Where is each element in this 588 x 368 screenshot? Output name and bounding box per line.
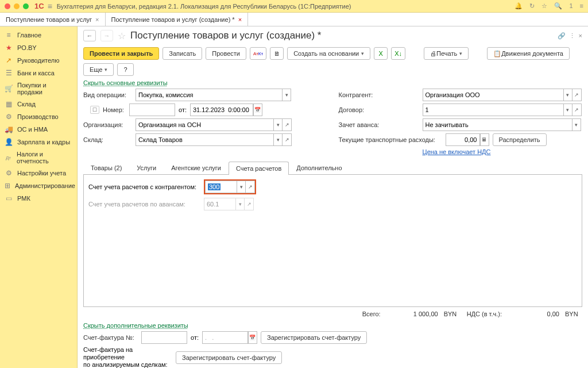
close-icon[interactable]: ×: [95, 16, 99, 23]
sidebar-item-assets[interactable]: 🚚ОС и НМА: [0, 123, 77, 136]
open-icon[interactable]: ↗: [572, 103, 582, 116]
print-button[interactable]: 🖨 Печать: [424, 47, 469, 60]
cart-icon: 🛒: [5, 85, 13, 93]
counterparty-select[interactable]: [423, 89, 563, 101]
register-invoice-button[interactable]: Зарегистрировать счет-фактуру: [261, 331, 367, 344]
save-button[interactable]: Записать: [163, 47, 202, 60]
number-input[interactable]: [129, 103, 175, 116]
dropdown-icon[interactable]: ▾: [563, 103, 572, 116]
close-icon[interactable]: ×: [579, 32, 582, 40]
open-icon[interactable]: ↗: [572, 89, 582, 101]
open-icon[interactable]: ↗: [283, 133, 292, 146]
acquisition-label: Счет-фактура на приобретениепо анализиру…: [83, 346, 172, 368]
history-icon[interactable]: ↻: [529, 2, 535, 10]
calc-icon[interactable]: 🖩: [480, 133, 489, 146]
bell-icon[interactable]: 🔔: [514, 2, 523, 10]
more-button[interactable]: Еще: [83, 63, 114, 76]
close-icon[interactable]: ×: [238, 16, 242, 23]
number-label: Номер:: [103, 106, 126, 113]
post-button[interactable]: Провести: [206, 47, 246, 60]
back-button[interactable]: ←: [83, 30, 96, 41]
hide-main-link[interactable]: Скрыть основные реквизиты: [78, 78, 588, 87]
warehouse-select[interactable]: [136, 133, 273, 146]
post-and-close-button[interactable]: Провести и закрыть: [83, 47, 159, 60]
pos-icon: ▭: [5, 194, 13, 202]
tab-accounts[interactable]: Счета расчетов: [229, 162, 289, 175]
calendar-icon[interactable]: 📅: [253, 103, 262, 116]
window-max-dot[interactable]: [23, 3, 29, 9]
window-min-dot[interactable]: [14, 3, 20, 9]
window-close-dot[interactable]: [5, 3, 10, 9]
invoice-date-input[interactable]: [202, 331, 248, 344]
sidebar-item-rmk[interactable]: ▭РМК: [0, 192, 77, 205]
chart-icon: ↗: [5, 56, 13, 64]
dropdown-icon[interactable]: ▾: [282, 89, 291, 101]
structure-button[interactable]: 🗎: [270, 47, 284, 60]
warehouse-icon: ▦: [5, 100, 13, 108]
sidebar-item-settings[interactable]: ⚙Настройки учета: [0, 167, 77, 179]
more-icon[interactable]: ⋮: [569, 32, 575, 40]
star-icon[interactable]: ☆: [541, 2, 547, 10]
dropdown-icon[interactable]: ▾: [572, 118, 581, 131]
menu-icon[interactable]: ≡: [48, 2, 52, 11]
sidebar-item-production[interactable]: ⚙Производство: [0, 110, 77, 123]
warehouse-label: Склад:: [83, 136, 132, 143]
tab-receipt-create[interactable]: Поступление товаров и услуг (создание) *…: [106, 13, 249, 26]
dropdown-icon[interactable]: ▾: [273, 118, 283, 131]
account-counterparty-label: Счет учета расчетов с контрагентом:: [88, 183, 200, 190]
forward-button[interactable]: →: [100, 30, 113, 41]
sidebar-item-sales[interactable]: 🛒Покупки и продажи: [0, 79, 77, 98]
vat-mode-link[interactable]: Цена не включает НДС: [423, 148, 491, 155]
date-input[interactable]: [190, 103, 253, 116]
sidebar-item-main[interactable]: ≡Главное: [0, 29, 77, 41]
sidebar-item-warehouse[interactable]: ▦Склад: [0, 98, 77, 110]
dtkt-button[interactable]: АтКт: [250, 47, 266, 60]
excel-button[interactable]: X: [374, 47, 388, 60]
operation-select[interactable]: [136, 89, 282, 101]
notification-count[interactable]: 1: [569, 2, 572, 10]
star-icon: ★: [5, 44, 13, 52]
help-button[interactable]: ?: [117, 63, 133, 76]
operation-label: Вид операции:: [83, 91, 132, 98]
counterparty-label: Контрагент:: [339, 91, 419, 98]
create-based-button[interactable]: Создать на основании: [287, 47, 370, 60]
sidebar-item-admin[interactable]: ⊞Администрирование: [0, 179, 77, 192]
link-icon[interactable]: 🔗: [558, 32, 566, 40]
hide-extra-link[interactable]: Скрыть дополнительные реквизиты: [78, 321, 588, 330]
excel-import-button[interactable]: X↓: [391, 47, 405, 60]
sidebar-item-taxes[interactable]: ДтНалоги и отчетность: [0, 148, 77, 167]
sidebar-item-label: Руководителю: [17, 57, 59, 64]
calendar-icon[interactable]: 📅: [248, 331, 257, 344]
settings-icon[interactable]: ≡: [580, 2, 583, 10]
dropdown-icon[interactable]: ▾: [237, 181, 246, 193]
sidebar-item-bank[interactable]: ☰Банк и касса: [0, 67, 77, 79]
tab-agent[interactable]: Агентские услуги: [164, 161, 229, 174]
contract-label: Договор:: [339, 106, 419, 113]
contract-select[interactable]: [423, 103, 563, 116]
advance-select[interactable]: [423, 118, 572, 131]
sidebar-item-hr[interactable]: 👤Зарплата и кадры: [0, 136, 77, 148]
org-select[interactable]: [136, 118, 273, 131]
tab-services[interactable]: Услуги: [129, 161, 164, 174]
transport-label: Текущие транспортные расходы:: [339, 136, 442, 143]
favorite-icon[interactable]: ☆: [118, 30, 126, 41]
tab-additional[interactable]: Дополнительно: [289, 161, 349, 174]
movements-button[interactable]: 📋 Движения документа: [487, 47, 570, 60]
open-icon[interactable]: ↗: [246, 181, 255, 193]
dropdown-icon[interactable]: ▾: [273, 133, 283, 146]
dropdown-icon[interactable]: ▾: [563, 89, 572, 101]
open-icon[interactable]: ↗: [283, 118, 292, 131]
sidebar-item-poby[interactable]: ★PO.BY: [0, 41, 77, 54]
person-icon: 👤: [5, 138, 13, 146]
transport-input[interactable]: [446, 133, 480, 146]
invoice-number-input[interactable]: [141, 331, 187, 344]
account-counterparty-input[interactable]: 300: [205, 181, 237, 193]
truck-icon: 🚚: [5, 125, 13, 133]
search-icon[interactable]: 🔍: [554, 2, 562, 10]
sidebar: ≡Главное ★PO.BY ↗Руководителю ☰Банк и ка…: [0, 26, 78, 368]
tab-goods[interactable]: Товары (2): [83, 161, 129, 174]
distribute-button[interactable]: Распределить: [493, 133, 547, 146]
sidebar-item-manager[interactable]: ↗Руководителю: [0, 54, 77, 67]
tab-list-receipts[interactable]: Поступление товаров и услуг ×: [0, 13, 106, 26]
register-invoice-button-2[interactable]: Зарегистрировать счет-фактуру: [176, 351, 282, 364]
